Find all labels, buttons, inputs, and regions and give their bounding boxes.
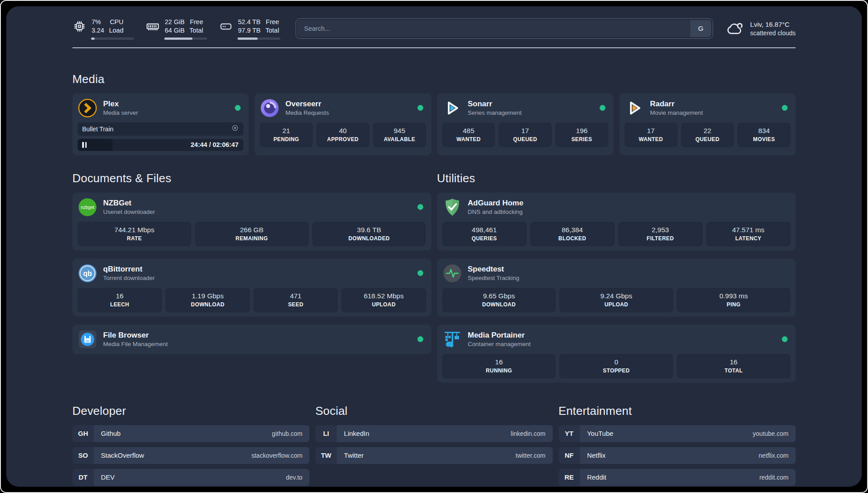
app-description: Series management: [468, 109, 594, 116]
qbittorrent-icon: qb: [78, 263, 97, 283]
stat-value: 2,953: [622, 226, 699, 234]
status-dot-online: [782, 336, 788, 342]
stat-value: 0: [563, 358, 670, 366]
stat-box: 744.21 Mbps RATE: [78, 222, 191, 246]
pause-button[interactable]: [78, 139, 113, 151]
disk-free-value: 52.4 TB: [238, 18, 261, 26]
link-name: Netflix: [587, 451, 606, 459]
stat-value: 471: [257, 292, 334, 300]
link-url: reddit.com: [760, 474, 789, 481]
stat-box: 22 QUEUED: [681, 123, 734, 147]
link-name: LinkedIn: [344, 430, 369, 437]
stat-value: 16: [81, 292, 159, 300]
status-dot-online: [600, 105, 605, 111]
stat-label: UPLOAD: [563, 301, 670, 308]
app-card-overseerr[interactable]: Overseerr Media Requests 21 PENDING 40 A…: [255, 93, 431, 155]
section-title-utilities: Utilities: [437, 171, 796, 185]
disk-stat: 52.4 TB 97.9 TB Free Total: [219, 18, 280, 40]
link-row-youtube[interactable]: YT YouTube youtube.com: [559, 425, 796, 442]
section-title-entertainment: Entertainment: [559, 404, 796, 418]
disk-total-label: Total: [266, 26, 280, 35]
link-name: YouTube: [587, 430, 613, 437]
link-tag: GH: [72, 425, 94, 442]
stat-label: WANTED: [628, 136, 674, 142]
stat-box: 618.52 Mbps UPLOAD: [342, 288, 426, 312]
app-card-filebrowser[interactable]: File Browser Media File Management: [72, 325, 431, 354]
app-name: Overseerr: [285, 100, 411, 109]
stat-value: 47.571 ms: [709, 226, 787, 234]
stat-box: 485 WANTED: [442, 123, 495, 147]
status-dot-online: [417, 204, 423, 210]
cpu-usage-label: CPU: [109, 18, 123, 26]
app-name: Sonarr: [468, 100, 594, 109]
link-name: Twitter: [344, 451, 363, 459]
playback-time: 24:44 / 02:06:47: [191, 141, 238, 148]
section-title-social: Social: [315, 404, 552, 418]
stat-label: DOWNLOAD: [169, 301, 246, 308]
stat-value: 744.21 Mbps: [81, 226, 188, 234]
app-description: DNS and adblocking: [468, 209, 791, 215]
documents-column: Documents & Files nzbget NZBGet Usenet d…: [72, 171, 431, 354]
stat-label: WANTED: [446, 136, 492, 142]
app-description: Torrent downloader: [103, 275, 412, 281]
app-card-portainer[interactable]: Media Portainer Container management 16 …: [437, 325, 796, 383]
link-tag: RE: [559, 469, 580, 486]
app-card-plex[interactable]: Plex Media server Bullet Train 24:44 / 0…: [72, 93, 249, 155]
app-name: AdGuard Home: [468, 199, 791, 208]
app-card-qbittorrent[interactable]: qb qBittorrent Torrent downloader 16 LEE…: [72, 259, 431, 317]
link-row-netflix[interactable]: NF Netflix netflix.com: [559, 447, 796, 464]
search-input[interactable]: [297, 20, 690, 37]
stat-label: SERIES: [559, 136, 605, 142]
stat-value: 86,384: [534, 226, 611, 234]
screen-frame: 7% 3.24 CPU Load: [0, 0, 868, 493]
section-title-developer: Developer: [72, 404, 309, 418]
app-card-adguard[interactable]: AdGuard Home DNS and adblocking 498,461 …: [437, 192, 796, 251]
stat-value: 9.24 Gbps: [563, 292, 670, 300]
cpu-progress-fill: [91, 38, 95, 40]
link-tag: NF: [559, 447, 580, 464]
app-card-radarr[interactable]: Radarr Movie management 17 WANTED 22 QUE…: [619, 93, 796, 155]
cpu-icon: [72, 20, 87, 33]
link-url: stackoverflow.com: [251, 452, 302, 459]
dashboard: 7% 3.24 CPU Load: [6, 6, 862, 487]
link-row-twitter[interactable]: TW Twitter twitter.com: [315, 447, 552, 464]
portainer-icon: [442, 330, 462, 349]
link-row-github[interactable]: GH Github github.com: [72, 425, 309, 442]
stat-box: 21 PENDING: [260, 123, 313, 147]
app-card-nzbget[interactable]: nzbget NZBGet Usenet downloader 744.21 M…: [72, 192, 431, 251]
link-row-reddit[interactable]: RE Reddit reddit.com: [559, 469, 796, 486]
stat-value: 196: [559, 127, 605, 135]
filebrowser-icon: [78, 330, 97, 349]
stat-label: STOPPED: [563, 368, 670, 374]
speedtest-icon: [442, 263, 462, 283]
stat-value: 485: [446, 127, 492, 135]
stat-box: 86,384 BLOCKED: [530, 222, 614, 246]
search-engine-button[interactable]: G: [690, 20, 711, 37]
stat-label: QUEUED: [502, 136, 548, 142]
link-row-stackoverflow[interactable]: SO StackOverflow stackoverflow.com: [72, 447, 309, 464]
stat-label: RUNNING: [446, 368, 553, 374]
stat-value: 266 GB: [198, 226, 305, 234]
stat-box: 945 AVAILABLE: [373, 123, 426, 147]
utilities-column: Utilities AdGuard Home DNS and adblockin…: [437, 171, 796, 383]
cpu-load-label: Load: [109, 26, 123, 35]
section-title-documents: Documents & Files: [72, 171, 431, 185]
link-name: StackOverflow: [101, 451, 144, 459]
stat-box: 1.19 Gbps DOWNLOAD: [166, 288, 250, 312]
stat-box: 16 LEECH: [78, 288, 162, 312]
stat-value: 40: [320, 127, 366, 135]
app-card-speedtest[interactable]: Speedtest Speedtest Tracking 9.65 Gbps D…: [437, 259, 796, 317]
stat-box: 16 RUNNING: [442, 354, 556, 378]
link-row-dev[interactable]: DT DEV dev.to: [72, 469, 309, 486]
memory-stat: 22 GiB 64 GiB Free Total: [146, 18, 207, 40]
app-name: File Browser: [103, 331, 412, 340]
app-card-sonarr[interactable]: Sonarr Series management 485 WANTED 17 Q…: [437, 93, 613, 155]
stat-box: 498,461 QUERIES: [442, 222, 526, 246]
stat-label: UPLOAD: [345, 301, 422, 308]
stat-label: DOWNLOAD: [446, 301, 553, 308]
memory-total-value: 64 GiB: [165, 26, 184, 35]
pause-icon: [82, 142, 87, 148]
cpu-stat: 7% 3.24 CPU Load: [72, 18, 134, 40]
stat-value: 0.993 ms: [680, 292, 787, 300]
link-row-linkedin[interactable]: LI LinkedIn linkedin.com: [315, 425, 552, 442]
